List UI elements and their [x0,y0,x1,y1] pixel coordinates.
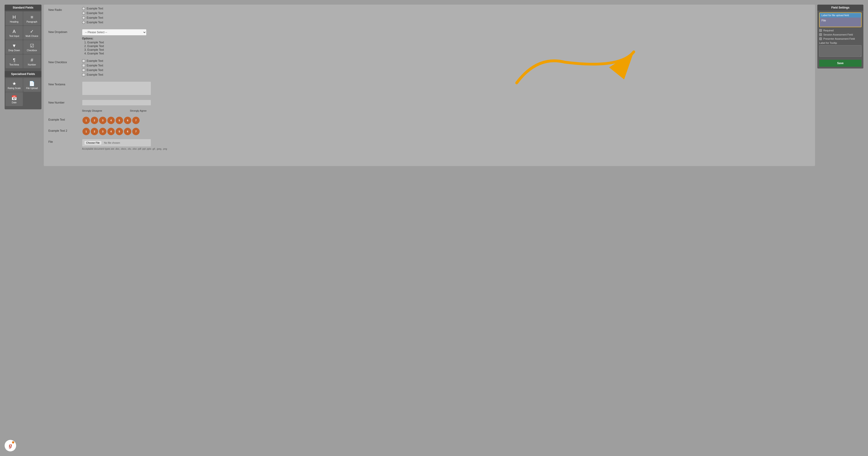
sidebar: Standard Fields H Heading ≡ Paragraph A … [5,5,41,109]
field-settings-panel: Field Settings Label for file upload fie… [817,5,863,68]
checkbox-icon: ☑ [30,43,34,49]
sidebar-item-file-upload[interactable]: 📄 File Upload [23,78,40,92]
sidebar-item-label: Drop Down [8,49,20,52]
sidebar-item-text-area[interactable]: ¶ Text Area [5,54,23,68]
checkbox-option-3: Example Text [82,68,810,72]
rating-empty-label [49,109,78,111]
checkbox-controls: Example Text Example Text Example Text E… [82,59,810,78]
presenter-checkbox[interactable] [819,37,822,40]
settings-body: Label for file upload field File Require… [817,10,863,68]
textarea-input[interactable] [82,81,151,95]
sidebar-item-label: Date [12,101,17,104]
checkbox-option-text: Example Text [87,73,103,76]
rating-buttons-1: 1 2 3 4 5 6 7 [82,117,810,124]
standard-fields-title: Standard Fields [5,5,41,10]
sidebar-item-multi-choice[interactable]: ✓ Multi Choice [23,26,40,40]
checkbox-label: New Checkbox [49,59,78,64]
rating-row1-buttons: 1 2 3 4 5 6 7 [82,117,810,124]
rating-btn-5[interactable]: 5 [116,117,123,124]
dropdown-row: New Dropdown -- Please Select -- Options… [49,29,810,56]
checkbox-option-text: Example Text [87,68,103,72]
required-checkbox[interactable] [819,29,822,32]
checkbox-box[interactable] [82,68,85,72]
tooltip-label: Label for Tooltip [819,41,862,44]
textarea-label: New Textarea [49,81,78,86]
rating-strongly-agree: Strongly Agree [130,109,147,112]
acceptable-types: Acceptable document types are .doc, .doc… [82,148,810,150]
rating-row2: Example Text 2 1 2 3 4 5 6 7 [49,128,810,135]
number-row: New Number [49,99,810,106]
rating-btn-1[interactable]: 1 [83,117,90,124]
radio-circle[interactable] [82,7,85,10]
radio-circle[interactable] [82,16,85,19]
file-controls: Choose File No file chosen Acceptable do… [82,139,810,150]
rating-row2-buttons: 1 2 3 4 5 6 7 [82,128,810,135]
main-content: New Radio Example Text Example Text Exam… [44,5,815,166]
file-no-chosen: No file chosen [104,141,120,144]
session-checkbox-row: Session Assessment Field [819,33,862,36]
rating-scale-icon: ★ [12,81,17,86]
session-checkbox[interactable] [819,33,822,36]
textarea-controls [82,81,810,96]
rating-btn-6[interactable]: 6 [124,117,131,124]
textarea-row: New Textarea [49,81,810,96]
sidebar-item-number[interactable]: # Number [23,54,40,68]
checkbox-box[interactable] [82,59,85,62]
rating-btn-2[interactable]: 2 [91,117,98,124]
rating-btn-4[interactable]: 4 [107,117,115,124]
sidebar-item-label: Rating Scale [8,87,21,89]
sidebar-item-rating-scale[interactable]: ★ Rating Scale [5,78,23,92]
radio-circle[interactable] [82,11,85,15]
radio-circle[interactable] [82,21,85,24]
rating-btn-3[interactable]: 3 [99,128,106,135]
drop-down-icon: ▼ [12,43,17,49]
radio-controls: Example Text Example Text Example Text E… [82,7,810,25]
dropdown-select[interactable]: -- Please Select -- [82,29,147,35]
sidebar-item-label: Multi Choice [26,35,38,37]
sidebar-item-heading[interactable]: H Heading [5,11,23,25]
radio-option-text: Example Text [87,11,103,15]
rating-btn-3[interactable]: 3 [99,117,106,124]
rating-btn-5[interactable]: 5 [116,128,123,135]
rating-btn-2[interactable]: 2 [91,128,98,135]
text-input-icon: A [13,29,16,34]
settings-label-value[interactable]: File [819,18,861,27]
rating-btn-7[interactable]: 7 [132,128,140,135]
rating-strongly-disagree: Strongly Disagree [82,109,102,112]
checkbox-box[interactable] [82,73,85,76]
sidebar-item-label: Number [28,63,36,66]
settings-label-text: File [822,19,826,22]
logo-text: g [9,443,12,449]
radio-option-1: Example Text [82,7,810,10]
choose-file-button[interactable]: Choose File [84,140,102,145]
number-controls [82,99,810,106]
rating-btn-6[interactable]: 6 [124,128,131,135]
rating-row1-label: Example Text [49,117,78,121]
tooltip-textarea[interactable] [819,45,862,57]
sidebar-item-drop-down[interactable]: ▼ Drop Down [5,40,23,54]
sidebar-item-label: Checkbox [27,49,37,52]
paragraph-icon: ≡ [31,15,33,20]
sidebar-item-checkbox[interactable]: ☑ Checkbox [23,40,40,54]
number-input[interactable] [82,99,151,106]
number-icon: # [31,57,33,63]
radio-label: New Radio [49,7,78,11]
sidebar-item-text-input[interactable]: A Text Input [5,26,23,40]
save-button[interactable]: Save [819,60,862,67]
rating-btn-7[interactable]: 7 [132,117,140,124]
rating-btn-1[interactable]: 1 [83,128,90,135]
checkbox-option-4: Example Text [82,73,810,76]
rating-buttons-2: 1 2 3 4 5 6 7 [82,128,810,135]
checkbox-option-1: Example Text [82,59,810,62]
dropdown-option-1: 1. Example Text [84,41,810,44]
rating-btn-4[interactable]: 4 [107,128,115,135]
sidebar-item-date[interactable]: 📅 Date [5,92,23,106]
checkbox-option-text: Example Text [87,64,103,67]
dropdown-options: Options: 1. Example Text 2. Example Text… [82,37,810,55]
settings-title: Field Settings [817,5,863,10]
rating-header-row: Strongly Disagree Strongly Agree [49,109,810,113]
sidebar-item-paragraph[interactable]: ≡ Paragraph [23,11,40,25]
dropdown-options-title: Options: [82,37,810,40]
checkbox-box[interactable] [82,64,85,67]
dropdown-option-3: 3. Example Text [84,48,810,52]
